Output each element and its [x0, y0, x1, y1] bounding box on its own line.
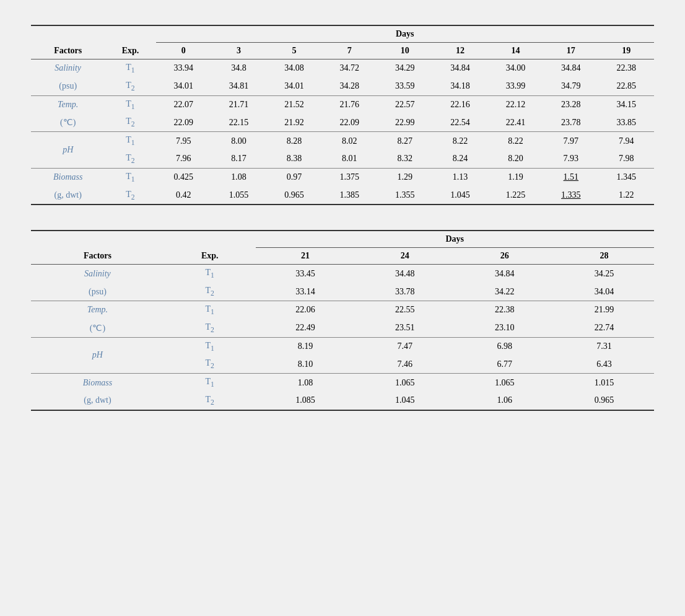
t2-val-1-7: 23.78: [543, 113, 598, 131]
t2-val-0-1: 33.78: [355, 283, 455, 301]
t1-val-2-3: 7.31: [554, 337, 654, 355]
t1-val-3-4: 1.29: [377, 168, 432, 186]
t1-val-3-2: 1.065: [455, 374, 554, 392]
factor-sub-0: (psu): [31, 283, 164, 301]
t2-val-1-2: 21.92: [266, 113, 321, 131]
t2-val-2-7: 7.93: [543, 150, 598, 168]
t1-val-1-1: 21.71: [211, 95, 266, 113]
factor-label-2: pH: [31, 337, 164, 374]
factor-label-2: pH: [31, 132, 105, 169]
col-header-days: Days: [156, 25, 655, 43]
t2-val-1-6: 22.41: [488, 113, 543, 131]
t1-val-0-1: 34.48: [355, 265, 455, 283]
t2-val-0-8: 22.85: [599, 77, 655, 95]
t2-val-1-2: 23.10: [455, 319, 554, 337]
t1-val-2-7: 7.97: [543, 132, 598, 150]
t2-val-2-4: 8.32: [377, 150, 432, 168]
t1-val-0-0: 33.94: [156, 59, 211, 77]
t1-val-3-7: 1.51: [543, 168, 598, 186]
col-header-exp: Exp.: [105, 25, 155, 59]
t2-val-2-6: 8.20: [488, 150, 543, 168]
exp-t1-0: T1: [164, 265, 256, 283]
t1-val-0-6: 34.00: [488, 59, 543, 77]
t2-val-3-8: 1.22: [599, 187, 655, 205]
t1-val-2-4: 8.27: [377, 132, 432, 150]
factor-label-1: Temp.: [31, 95, 105, 113]
t1-val-3-5: 1.13: [432, 168, 487, 186]
t1-val-2-3: 8.02: [322, 132, 377, 150]
col-header-days: Days: [256, 231, 654, 248]
day-col-28: 28: [554, 248, 654, 265]
t2-val-0-2: 34.01: [266, 77, 321, 95]
t1-val-0-7: 34.84: [543, 59, 598, 77]
t1-val-1-7: 23.28: [543, 95, 598, 113]
t1-val-3-0: 1.08: [256, 374, 356, 392]
exp-t2-0: T2: [164, 283, 256, 301]
t2-val-0-0: 34.01: [156, 77, 211, 95]
t1-val-3-1: 1.065: [355, 374, 455, 392]
factor-label-1: Temp.: [31, 301, 164, 319]
t2-val-1-5: 22.54: [432, 113, 487, 131]
t1-val-0-4: 34.29: [377, 59, 432, 77]
t2-val-2-3: 8.01: [322, 150, 377, 168]
table1: FactorsExp.Days03571012141719SalinityT13…: [31, 25, 654, 205]
t2-val-2-5: 8.24: [432, 150, 487, 168]
t1-val-1-0: 22.07: [156, 95, 211, 113]
t1-val-3-1: 1.08: [211, 168, 266, 186]
t2-val-1-1: 22.15: [211, 113, 266, 131]
t2-val-1-3: 22.74: [554, 319, 654, 337]
t1-val-1-3: 21.99: [554, 301, 654, 319]
day-col-10: 10: [377, 43, 432, 59]
col-header-factors: Factors: [31, 231, 164, 265]
t1-val-0-5: 34.84: [432, 59, 487, 77]
t2-val-3-4: 1.355: [377, 187, 432, 205]
t2-val-0-5: 34.18: [432, 77, 487, 95]
t2-val-3-5: 1.045: [432, 187, 487, 205]
t1-val-2-5: 8.22: [432, 132, 487, 150]
factor-sub-3: (g, dwt): [31, 392, 164, 410]
exp-t2-1: T2: [164, 319, 256, 337]
exp-t1-3: T1: [164, 374, 256, 392]
t2-val-3-6: 1.225: [488, 187, 543, 205]
t2-val-1-3: 22.09: [322, 113, 377, 131]
t2-val-2-0: 8.10: [256, 355, 356, 373]
day-col-17: 17: [543, 43, 598, 59]
factor-label-0: Salinity: [31, 265, 164, 283]
table2: FactorsExp.Days21242628SalinityT133.4534…: [31, 230, 654, 410]
factor-sub-1: (℃): [31, 113, 105, 131]
t1-val-0-2: 34.84: [455, 265, 554, 283]
t1-val-2-2: 6.98: [455, 337, 554, 355]
t2-val-2-8: 7.98: [599, 150, 655, 168]
t1-val-1-2: 21.52: [266, 95, 321, 113]
t2-val-3-2: 1.06: [455, 392, 554, 410]
t1-val-2-1: 7.47: [355, 337, 455, 355]
t1-val-3-3: 1.015: [554, 374, 654, 392]
exp-t2-3: T2: [164, 392, 256, 410]
t2-val-3-0: 1.085: [256, 392, 356, 410]
factor-sub-0: (psu): [31, 77, 105, 95]
t1-val-1-4: 22.57: [377, 95, 432, 113]
t2-val-3-1: 1.055: [211, 187, 266, 205]
day-col-19: 19: [599, 43, 655, 59]
t2-val-0-7: 34.79: [543, 77, 598, 95]
t2-val-1-1: 23.51: [355, 319, 455, 337]
t2-val-1-0: 22.09: [156, 113, 211, 131]
t2-val-0-1: 34.81: [211, 77, 266, 95]
t1-val-1-5: 22.16: [432, 95, 487, 113]
t1-val-1-0: 22.06: [256, 301, 356, 319]
exp-t2-2: T2: [164, 355, 256, 373]
exp-t1-1: T1: [105, 95, 155, 113]
t2-val-3-1: 1.045: [355, 392, 455, 410]
t2-val-2-1: 8.17: [211, 150, 266, 168]
t1-val-2-6: 8.22: [488, 132, 543, 150]
t1-val-1-2: 22.38: [455, 301, 554, 319]
day-col-12: 12: [432, 43, 487, 59]
t2-val-0-3: 34.04: [554, 283, 654, 301]
table1-wrapper: FactorsExp.Days03571012141719SalinityT13…: [31, 25, 654, 205]
day-col-24: 24: [355, 248, 455, 265]
factor-label-3: Biomass: [31, 374, 164, 392]
t1-val-3-3: 1.375: [322, 168, 377, 186]
t2-val-3-0: 0.42: [156, 187, 211, 205]
page-container: FactorsExp.Days03571012141719SalinityT13…: [12, 12, 673, 448]
day-col-5: 5: [266, 43, 321, 59]
